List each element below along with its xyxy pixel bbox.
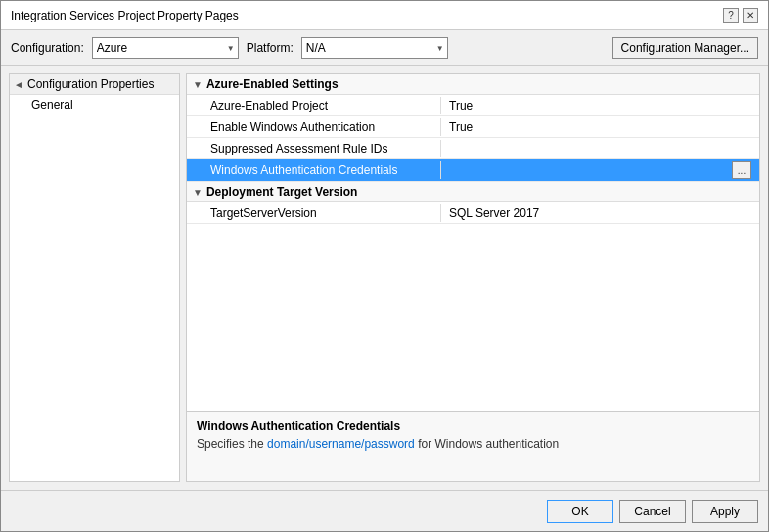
prop-value-credentials: ... <box>441 159 759 181</box>
tree-section-header[interactable]: ◄ Configuration Properties <box>10 74 179 95</box>
configuration-select-wrapper: Azure <box>92 37 239 59</box>
toolbar-row: Configuration: Azure Platform: N/A Confi… <box>1 30 768 66</box>
properties-table: ▼ Azure-Enabled Settings Azure-Enabled P… <box>187 74 759 411</box>
title-bar-buttons: ? ✕ <box>723 8 758 23</box>
main-content: ◄ Configuration Properties General ▼ Azu… <box>1 66 768 490</box>
configuration-label: Configuration: <box>11 41 84 55</box>
section-deployment-header[interactable]: ▼ Deployment Target Version <box>187 182 759 202</box>
prop-row-windows-auth[interactable]: Enable Windows Authentication True <box>187 116 759 138</box>
prop-name-suppressed: Suppressed Assessment Rule IDs <box>187 140 441 157</box>
platform-label: Platform: <box>247 41 294 55</box>
help-button[interactable]: ? <box>723 8 739 23</box>
footer: OK Cancel Apply <box>1 490 768 531</box>
prop-row-suppressed[interactable]: Suppressed Assessment Rule IDs <box>187 138 759 159</box>
description-title: Windows Authentication Credentials <box>197 420 749 433</box>
section-deployment-label: Deployment Target Version <box>206 185 357 199</box>
section-azure-header[interactable]: ▼ Azure-Enabled Settings <box>187 74 759 95</box>
tree-section-arrow: ◄ <box>14 79 27 90</box>
prop-name-target-server: TargetServerVersion <box>187 204 441 222</box>
platform-select[interactable]: N/A <box>301 37 448 59</box>
apply-button[interactable]: Apply <box>692 500 758 523</box>
prop-name-azure-project: Azure-Enabled Project <box>187 97 441 114</box>
prop-value-target-server: SQL Server 2017 <box>441 204 759 222</box>
ok-button[interactable]: OK <box>547 500 613 523</box>
dialog-title: Integration Services Project Property Pa… <box>11 9 239 22</box>
description-link: domain/username/password <box>267 437 415 451</box>
tree-item-general[interactable]: General <box>10 95 179 114</box>
description-text: Specifies the domain/username/password f… <box>197 437 749 451</box>
prop-name-credentials: Windows Authentication Credentials <box>187 161 441 179</box>
section-deployment-arrow: ▼ <box>193 187 203 198</box>
tree-section-label: Configuration Properties <box>27 77 154 91</box>
prop-name-windows-auth: Enable Windows Authentication <box>187 118 441 136</box>
section-azure-label: Azure-Enabled Settings <box>206 77 339 91</box>
description-panel: Windows Authentication Credentials Speci… <box>187 411 759 481</box>
prop-row-target-server[interactable]: TargetServerVersion SQL Server 2017 <box>187 202 759 224</box>
title-bar: Integration Services Project Property Pa… <box>1 1 768 30</box>
prop-value-windows-auth: True <box>441 118 759 136</box>
close-button[interactable]: ✕ <box>743 8 758 23</box>
section-azure-arrow: ▼ <box>193 79 203 90</box>
platform-select-wrapper: N/A <box>301 37 448 59</box>
dialog: Integration Services Project Property Pa… <box>0 0 769 532</box>
prop-row-credentials[interactable]: Windows Authentication Credentials ... <box>187 159 759 182</box>
tree-item-general-label: General <box>31 98 73 111</box>
left-panel: ◄ Configuration Properties General <box>9 73 180 482</box>
cancel-button[interactable]: Cancel <box>619 500 686 523</box>
configuration-select[interactable]: Azure <box>92 37 239 59</box>
prop-value-azure-project: True <box>441 97 759 114</box>
prop-row-azure-project[interactable]: Azure-Enabled Project True <box>187 95 759 116</box>
ellipsis-button[interactable]: ... <box>732 161 751 179</box>
config-manager-button[interactable]: Configuration Manager... <box>612 37 758 59</box>
right-panel: ▼ Azure-Enabled Settings Azure-Enabled P… <box>186 73 760 482</box>
prop-value-suppressed <box>441 147 759 151</box>
